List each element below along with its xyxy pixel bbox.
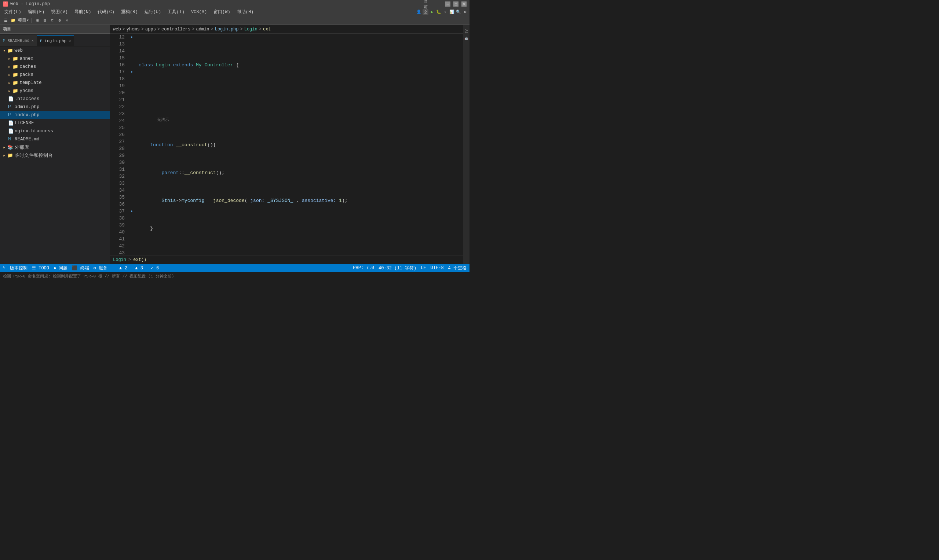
menu-vcs[interactable]: VCS(S) bbox=[188, 8, 210, 16]
sidebar-item-external[interactable]: ▸ 📚 外部库 bbox=[0, 143, 110, 151]
gutter-empty-38 bbox=[128, 201, 135, 208]
coverage-button[interactable]: ⚡ bbox=[443, 9, 448, 15]
menu-view[interactable]: 视图(V) bbox=[48, 8, 71, 16]
sidebar-item-annex[interactable]: ▸ 📁 annex bbox=[0, 55, 110, 63]
file-indexphp-icon: P bbox=[8, 112, 13, 118]
statusbar-right: PHP: 7.0 40:32 (11 字符) LF UTF-8 4 个空格 bbox=[353, 265, 467, 271]
menu-tools[interactable]: 工具(T) bbox=[165, 8, 187, 16]
sidebar-item-web[interactable]: ▾ 📁 web bbox=[0, 46, 110, 55]
settings-icon[interactable]: ⚙ bbox=[462, 9, 468, 15]
code-line-14: function __construct(){ bbox=[139, 142, 459, 148]
menu-file[interactable]: 文件(F) bbox=[2, 8, 24, 16]
bc-admin[interactable]: admin bbox=[196, 27, 209, 32]
code-line-12: class Login extends My_Controller { bbox=[139, 62, 459, 69]
editor-breadcrumb: web > yhcms > apps > controllers > admin… bbox=[110, 25, 463, 34]
bc-yhcms[interactable]: yhcms bbox=[126, 27, 140, 32]
statusbar-left: ⑂ 版本控制 ☰ TODO ● 问题 ⬛ 终端 ⚙ 服务 ▲ 2 ▲ 3 ✓ 6 bbox=[3, 265, 159, 271]
sidebar-item-license[interactable]: 📄 LICENSE bbox=[0, 119, 110, 127]
php-version: PHP: 7.0 bbox=[353, 265, 374, 271]
app-title: web - Login.php bbox=[10, 2, 50, 6]
collapse-icon[interactable]: ✕ bbox=[64, 18, 70, 23]
bc-apps[interactable]: apps bbox=[145, 27, 156, 32]
menu-edit[interactable]: 编辑(E) bbox=[25, 8, 48, 16]
vcs-icon[interactable]: ⑂ bbox=[3, 265, 6, 271]
sidebar-item-adminphp[interactable]: P admin.php bbox=[0, 103, 110, 111]
sidebar-item-readme[interactable]: M README.md bbox=[0, 135, 110, 143]
close-button[interactable]: ✕ bbox=[461, 2, 467, 6]
sidebar-item-nginx[interactable]: 📄 nginx.htaccess bbox=[0, 127, 110, 135]
gutter-empty-18 bbox=[128, 62, 135, 69]
gutter: ● ● bbox=[128, 34, 135, 255]
menu-help[interactable]: 帮助(H) bbox=[234, 8, 257, 16]
sidebar: 项目 M README.md ✕ P Login.php ✕ ▾ 📁 web ▸… bbox=[0, 25, 110, 264]
sidebar-item-packs[interactable]: ▸ 📁 packs bbox=[0, 71, 110, 79]
bc-web[interactable]: web bbox=[113, 27, 121, 32]
tab-loginphp[interactable]: P Login.php ✕ bbox=[37, 35, 74, 46]
run-button[interactable]: ▶ bbox=[429, 9, 435, 15]
bc-loginphp[interactable]: Login.php bbox=[215, 27, 239, 32]
current-file-button[interactable]: 当前文件 ▾ bbox=[422, 9, 429, 15]
sidebar-label-indexphp: index.php bbox=[15, 112, 40, 118]
maximize-button[interactable]: □ bbox=[453, 2, 458, 6]
menu-navigate[interactable]: 导航(N) bbox=[71, 8, 94, 16]
folder-annex-icon: 📁 bbox=[12, 56, 19, 62]
temp-chevron-icon: ▸ bbox=[3, 152, 6, 158]
tab-loginphp-close[interactable]: ✕ bbox=[69, 39, 71, 43]
split-icon[interactable]: ⊟ bbox=[42, 18, 48, 23]
menu-run[interactable]: 运行(U) bbox=[142, 8, 164, 16]
search-icon[interactable]: 🔍 bbox=[456, 9, 461, 15]
gutter-empty-27 bbox=[128, 124, 135, 131]
project-label: 项目▾ bbox=[18, 17, 29, 23]
config-icon[interactable]: ⚙ bbox=[57, 18, 62, 23]
ai-icon[interactable]: 🤖 bbox=[464, 37, 469, 41]
sidebar-toggle-icon[interactable]: ☰ bbox=[3, 18, 9, 23]
bc-sep2: > bbox=[141, 27, 144, 32]
bc-controllers[interactable]: controllers bbox=[161, 27, 190, 32]
gutter-empty-26 bbox=[128, 117, 135, 124]
todo-label[interactable]: ☰ TODO bbox=[32, 265, 49, 271]
menu-window[interactable]: 窗口(W) bbox=[211, 8, 233, 16]
terminal-label[interactable]: ⬛ 终端 bbox=[72, 265, 89, 271]
layout-icon[interactable]: ⊞ bbox=[34, 18, 40, 23]
profile-button[interactable]: 📊 bbox=[449, 9, 455, 15]
code-content[interactable]: class Login extends My_Controller { 无法示 … bbox=[135, 34, 463, 255]
code-container[interactable]: 12 13 14 15 16 17 18 19 20 21 22 23 24 2… bbox=[110, 34, 463, 255]
sidebar-item-yhcms[interactable]: ▸ 📁 yhcms bbox=[0, 87, 110, 95]
ai-label: AI bbox=[464, 29, 469, 34]
tab-readme[interactable]: M README.md ✕ bbox=[0, 35, 37, 46]
menu-code[interactable]: 代码(C) bbox=[95, 8, 117, 16]
sidebar-label-adminphp: admin.php bbox=[15, 105, 40, 109]
problems-label[interactable]: ● 问题 bbox=[54, 265, 68, 271]
sidebar-item-template[interactable]: ▸ 📁 template bbox=[0, 79, 110, 87]
sidebar-item-htaccess[interactable]: 📄 .htaccess bbox=[0, 95, 110, 103]
line-ending: LF bbox=[421, 265, 426, 271]
gutter-empty-28 bbox=[128, 131, 135, 138]
project-icon[interactable]: 📁 bbox=[10, 18, 16, 23]
bc-bottom-ext[interactable]: ext() bbox=[133, 257, 146, 262]
bottom-breadcrumb: Login > ext() bbox=[110, 255, 463, 264]
merge-icon[interactable]: ⊏ bbox=[49, 18, 55, 23]
sidebar-item-temp[interactable]: ▸ 📁 临时文件和控制台 bbox=[0, 151, 110, 159]
services-label[interactable]: ⚙ 服务 bbox=[94, 265, 108, 271]
sidebar-item-caches[interactable]: ▸ 📁 caches bbox=[0, 63, 110, 71]
minimize-button[interactable]: ─ bbox=[445, 2, 450, 6]
ai-assistant-panel: AI 🤖 bbox=[463, 25, 470, 264]
editor: web > yhcms > apps > controllers > admin… bbox=[110, 25, 463, 264]
debug-button[interactable]: 🐛 bbox=[436, 9, 442, 15]
menu-refactor[interactable]: 重构(R) bbox=[118, 8, 141, 16]
line-numbers: 12 13 14 15 16 17 18 19 20 21 22 23 24 2… bbox=[110, 34, 128, 255]
sidebar-item-indexphp[interactable]: P index.php bbox=[0, 111, 110, 119]
user-icon[interactable]: 👤 bbox=[416, 9, 422, 15]
sidebar-label-template: template bbox=[20, 80, 42, 85]
external-chevron-icon: ▸ bbox=[3, 145, 6, 150]
tab-readme-close[interactable]: ✕ bbox=[32, 38, 34, 43]
gutter-empty-41 bbox=[128, 222, 135, 229]
bc-ext[interactable]: ext bbox=[263, 27, 271, 32]
bc-login[interactable]: Login bbox=[244, 27, 257, 32]
bc-sep5: > bbox=[211, 27, 213, 32]
vcs-label[interactable]: 版本控制 bbox=[10, 265, 28, 271]
bc-bottom-sep: > bbox=[128, 257, 131, 262]
gutter-14: ● bbox=[128, 34, 135, 41]
bc-bottom-login[interactable]: Login bbox=[113, 257, 126, 262]
gutter-empty-25 bbox=[128, 110, 135, 117]
